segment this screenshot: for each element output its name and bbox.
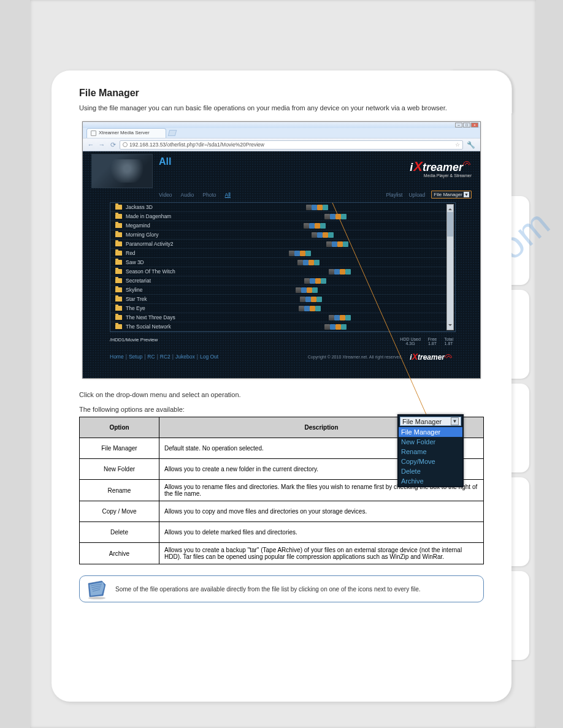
- bottom-link[interactable]: Home: [110, 354, 124, 360]
- action-icon[interactable]: [345, 269, 351, 275]
- action-icon[interactable]: [304, 306, 310, 311]
- action-icon[interactable]: [323, 205, 328, 210]
- bottom-link[interactable]: Jukebox: [175, 354, 195, 360]
- action-icon[interactable]: [334, 269, 340, 275]
- file-row[interactable]: Secretariat: [110, 276, 455, 286]
- action-icon[interactable]: [312, 205, 317, 210]
- action-icon[interactable]: [310, 278, 315, 284]
- scrollbar-thumb[interactable]: [447, 212, 453, 237]
- action-icon[interactable]: [308, 260, 314, 265]
- action-icon[interactable]: [312, 232, 317, 238]
- file-manager-dropdown[interactable]: File Manager ▼: [431, 191, 472, 199]
- file-row[interactable]: Megamind: [110, 221, 455, 230]
- action-icon[interactable]: [320, 223, 326, 229]
- file-row[interactable]: Morning Glory: [110, 230, 455, 240]
- action-icon[interactable]: [341, 214, 347, 219]
- nav-all[interactable]: All: [225, 192, 231, 198]
- nav-video[interactable]: Video: [159, 192, 172, 198]
- new-tab-button[interactable]: [168, 130, 177, 136]
- action-icon[interactable]: [300, 251, 305, 256]
- wrench-icon[interactable]: 🔧: [465, 141, 477, 149]
- scrollbar[interactable]: [446, 204, 454, 330]
- popup-select[interactable]: File Manager ▼: [400, 417, 461, 426]
- close-button[interactable]: ×: [471, 123, 478, 127]
- file-row[interactable]: Star Trek: [110, 295, 455, 304]
- action-icon[interactable]: [314, 260, 320, 265]
- nav-audio[interactable]: Audio: [181, 192, 194, 198]
- action-icon[interactable]: [315, 278, 321, 284]
- action-icon[interactable]: [326, 241, 332, 247]
- action-icon[interactable]: [304, 223, 309, 229]
- action-icon[interactable]: [340, 315, 345, 320]
- bottom-link[interactable]: Log Out: [200, 354, 218, 360]
- file-row[interactable]: Made in Dagenham: [110, 212, 455, 221]
- bottom-link[interactable]: Setup: [129, 354, 142, 360]
- bookmark-icon[interactable]: ☆: [455, 141, 460, 149]
- action-icon[interactable]: [294, 251, 300, 256]
- action-icon[interactable]: [307, 287, 312, 293]
- action-icon[interactable]: [296, 287, 301, 293]
- action-icon[interactable]: [311, 297, 316, 302]
- popup-item[interactable]: Archive: [399, 476, 462, 486]
- action-icon[interactable]: [329, 315, 334, 320]
- reload-button[interactable]: ⟳: [109, 140, 117, 149]
- action-icon[interactable]: [345, 315, 351, 320]
- action-icon[interactable]: [343, 241, 348, 247]
- action-icon[interactable]: [297, 260, 303, 265]
- action-icon[interactable]: [306, 205, 312, 210]
- action-icon[interactable]: [309, 223, 315, 229]
- action-icon[interactable]: [317, 205, 323, 210]
- action-icon[interactable]: [305, 251, 311, 256]
- action-icon[interactable]: [330, 324, 335, 330]
- action-icon[interactable]: [289, 251, 294, 256]
- popup-item[interactable]: Delete: [399, 466, 462, 476]
- action-icon[interactable]: [332, 241, 337, 247]
- file-row[interactable]: Skyline: [110, 286, 455, 295]
- action-icon[interactable]: [300, 297, 305, 302]
- minimize-button[interactable]: –: [455, 123, 462, 127]
- action-icon[interactable]: [337, 241, 343, 247]
- nav-playlist[interactable]: Playlist: [386, 192, 402, 198]
- action-icon[interactable]: [317, 232, 323, 238]
- url-bar[interactable]: 192.168.123.53/otherlist.php?dir=/sda1/M…: [120, 140, 463, 150]
- action-icon[interactable]: [329, 269, 334, 275]
- action-icon[interactable]: [330, 214, 335, 219]
- action-icon[interactable]: [299, 306, 304, 311]
- file-row[interactable]: The Eye: [110, 304, 455, 313]
- action-icon[interactable]: [316, 297, 322, 302]
- action-icon[interactable]: [321, 278, 326, 284]
- bottom-link[interactable]: RC: [147, 354, 155, 360]
- action-icon[interactable]: [324, 214, 330, 219]
- action-icon[interactable]: [335, 324, 341, 330]
- action-icon[interactable]: [340, 269, 345, 275]
- popup-item[interactable]: Rename: [399, 447, 462, 457]
- popup-item[interactable]: Copy/Move: [399, 457, 462, 466]
- nav-upload[interactable]: Upload: [408, 192, 425, 198]
- action-icon[interactable]: [310, 306, 315, 311]
- action-icon[interactable]: [335, 214, 341, 219]
- back-button[interactable]: ←: [86, 140, 95, 149]
- maximize-button[interactable]: □: [463, 123, 470, 127]
- file-row[interactable]: Saw 3D: [110, 258, 455, 267]
- forward-button[interactable]: →: [98, 140, 106, 149]
- file-row[interactable]: Season Of The Witch: [110, 267, 455, 276]
- action-icon[interactable]: [304, 278, 310, 284]
- action-icon[interactable]: [315, 306, 321, 311]
- bottom-link[interactable]: RC2: [160, 354, 170, 360]
- popup-item[interactable]: New Folder: [399, 437, 462, 447]
- file-row[interactable]: The Next Three Days: [110, 313, 455, 322]
- popup-item[interactable]: File Manager: [399, 427, 462, 437]
- action-icon[interactable]: [328, 232, 334, 238]
- action-icon[interactable]: [312, 287, 318, 293]
- nav-photo[interactable]: Photo: [202, 192, 216, 198]
- action-icon[interactable]: [334, 315, 340, 320]
- action-icon[interactable]: [303, 260, 308, 265]
- action-icon[interactable]: [315, 223, 320, 229]
- action-icon[interactable]: [301, 287, 307, 293]
- file-row[interactable]: The Social Network: [110, 322, 455, 332]
- file-row[interactable]: Red: [110, 249, 455, 258]
- action-icon[interactable]: [305, 297, 311, 302]
- browser-tab[interactable]: Xtreamer Media Server: [86, 128, 166, 138]
- action-icon[interactable]: [341, 324, 347, 330]
- file-row[interactable]: Jackass 3D: [110, 203, 455, 212]
